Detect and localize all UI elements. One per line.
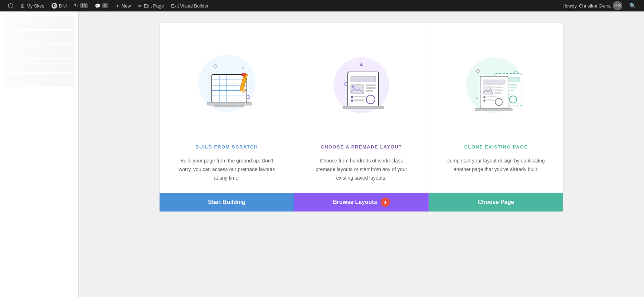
- svg-rect-32: [354, 96, 366, 97]
- user-greeting: Howdy, Christina Gwira: [562, 3, 611, 9]
- clone-illustration: [457, 44, 535, 123]
- wp-icon: ⬡: [8, 2, 14, 10]
- svg-rect-13: [207, 102, 252, 105]
- card-footer-scratch: Start Building: [160, 193, 294, 211]
- choose-layout-card: CHOOSE A PREMADE LAYOUT Choose from hund…: [294, 22, 428, 212]
- my-sites-menu[interactable]: ⊞ My Sites: [17, 0, 48, 11]
- comment-icon: 💬: [95, 3, 101, 9]
- svg-point-61: [483, 99, 486, 102]
- exit-builder-label: Exit Visual Builder: [171, 3, 209, 9]
- svg-point-27: [352, 86, 354, 88]
- svg-rect-58: [494, 92, 501, 94]
- card-content-scratch: BUILD FROM SCRATCH Build your page from …: [166, 137, 288, 193]
- edit-page-menu[interactable]: ✏ Edit Page: [135, 0, 167, 11]
- my-sites-label: My Sites: [26, 3, 44, 9]
- svg-rect-57: [494, 89, 503, 91]
- exit-builder-menu[interactable]: Exit Visual Builder: [167, 0, 212, 11]
- user-menu[interactable]: Howdy, Christina Gwira CG: [559, 1, 626, 10]
- card-illustration-scratch: [160, 23, 294, 137]
- page-wrapper: BUILD FROM SCRATCH Build your page from …: [79, 11, 644, 297]
- svg-point-59: [483, 96, 486, 98]
- wp-logo[interactable]: ⬡: [4, 0, 17, 11]
- card-footer-layout: Browse Layouts 1: [294, 193, 428, 211]
- layout-illustration: [322, 44, 401, 123]
- new-label: New: [122, 3, 131, 9]
- plus-icon: ＋: [115, 3, 120, 9]
- sidebar: [0, 11, 79, 297]
- divi-icon: D: [52, 3, 57, 9]
- card-desc-clone: Jump start your layout design by duplica…: [446, 157, 546, 174]
- svg-point-31: [351, 96, 353, 98]
- comments-count: 0: [102, 3, 108, 8]
- browse-layouts-button[interactable]: Browse Layouts 1: [294, 193, 428, 211]
- divi-label: Divi: [59, 3, 67, 9]
- svg-point-33: [351, 99, 353, 102]
- card-illustration-clone: [429, 23, 563, 137]
- scratch-illustration: [187, 44, 266, 123]
- search-button[interactable]: 🔍: [626, 3, 640, 9]
- card-desc-scratch: Build your page from the ground up. Don'…: [177, 157, 277, 182]
- card-title-clone: CLONE EXISTING PAGE: [464, 144, 528, 150]
- svg-rect-29: [366, 87, 376, 89]
- comments-menu[interactable]: 💬 0: [91, 0, 112, 11]
- refresh-icon: ↻: [74, 3, 78, 9]
- card-illustration-layout: [294, 23, 428, 137]
- svg-rect-30: [366, 90, 373, 92]
- admin-bar: ⬡ ⊞ My Sites D Divi ↻ 10 💬 0 ＋ New ✏ Edi…: [0, 0, 644, 11]
- build-from-scratch-card: BUILD FROM SCRATCH Build your page from …: [159, 22, 294, 212]
- card-desc-layout: Choose from hundreds of world-class prem…: [311, 157, 411, 182]
- edit-page-label: Edit Page: [144, 3, 164, 9]
- choose-page-button[interactable]: Choose Page: [429, 193, 563, 211]
- svg-rect-36: [343, 106, 384, 109]
- svg-rect-46: [509, 87, 517, 88]
- new-menu[interactable]: ＋ New: [112, 0, 135, 11]
- svg-rect-28: [366, 84, 376, 86]
- svg-point-1: [242, 67, 244, 69]
- cards-container: BUILD FROM SCRATCH Build your page from …: [159, 22, 564, 212]
- my-sites-icon: ⊞: [21, 3, 25, 9]
- adminbar-right: Howdy, Christina Gwira CG 🔍: [559, 1, 640, 10]
- card-title-scratch: BUILD FROM SCRATCH: [195, 144, 258, 150]
- browse-layouts-badge: 1: [381, 198, 390, 207]
- edit-icon: ✏: [138, 3, 142, 9]
- svg-rect-62: [487, 99, 494, 101]
- svg-rect-47: [509, 90, 514, 91]
- svg-rect-34: [354, 99, 364, 101]
- svg-rect-55: [483, 87, 493, 94]
- updates-count: 10: [80, 3, 88, 8]
- svg-rect-64: [475, 108, 512, 111]
- start-building-button[interactable]: Start Building: [160, 193, 294, 211]
- svg-rect-45: [509, 84, 517, 86]
- svg-point-41: [476, 97, 478, 99]
- svg-rect-25: [351, 76, 376, 82]
- svg-rect-54: [483, 80, 505, 84]
- avatar: CG: [613, 1, 622, 10]
- card-footer-clone: Choose Page: [429, 193, 563, 211]
- svg-rect-56: [494, 87, 503, 88]
- card-content-layout: CHOOSE A PREMADE LAYOUT Choose from hund…: [301, 137, 422, 193]
- svg-rect-60: [487, 96, 497, 97]
- search-icon: 🔍: [629, 3, 636, 9]
- clone-page-card: CLONE EXISTING PAGE Jump start your layo…: [429, 22, 564, 212]
- divi-menu[interactable]: D Divi: [48, 0, 70, 11]
- svg-rect-14: [214, 105, 244, 107]
- card-content-clone: CLONE EXISTING PAGE Jump start your layo…: [435, 137, 557, 193]
- updates-menu[interactable]: ↻ 10: [70, 0, 91, 11]
- browse-layouts-label: Browse Layouts: [333, 199, 377, 205]
- card-title-layout: CHOOSE A PREMADE LAYOUT: [321, 144, 402, 150]
